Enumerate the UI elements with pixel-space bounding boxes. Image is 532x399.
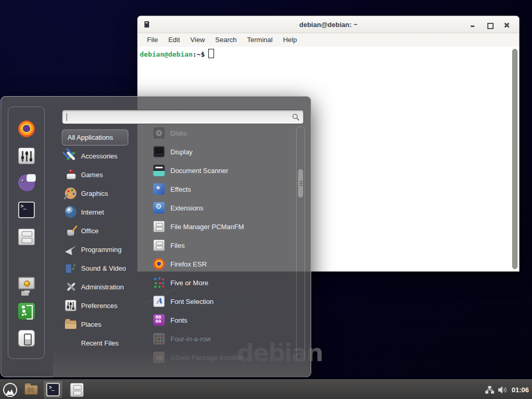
category-sound-video[interactable]: Sound & Video bbox=[62, 259, 140, 277]
category-administration[interactable]: Administration bbox=[62, 277, 140, 296]
firefox-icon bbox=[153, 258, 165, 270]
app-files[interactable]: Files bbox=[147, 236, 296, 255]
prompt-path: :~$ bbox=[193, 50, 205, 58]
taskbar-menu-button[interactable] bbox=[1, 381, 20, 398]
app-gdebi-package-installer[interactable]: GDebi Package Installer bbox=[147, 348, 296, 367]
file-cabinet-icon bbox=[153, 240, 165, 251]
favorite-pidgin[interactable] bbox=[17, 174, 36, 192]
font-selection-icon bbox=[153, 296, 165, 307]
applications-list: Disks Display Document Scanner Effects E… bbox=[147, 124, 296, 367]
extensions-gear-icon bbox=[153, 202, 165, 214]
disks-icon bbox=[153, 127, 165, 139]
category-preferences[interactable]: Preferences bbox=[62, 296, 140, 315]
taskbar: 01:06 bbox=[0, 379, 532, 399]
document-scanner-icon bbox=[153, 165, 165, 176]
apps-scrollbar[interactable] bbox=[296, 126, 305, 362]
preferences-icon bbox=[65, 300, 76, 311]
favorite-firefox[interactable] bbox=[17, 119, 36, 138]
menu-view[interactable]: View bbox=[185, 33, 210, 47]
shut-down-button[interactable] bbox=[17, 329, 36, 348]
app-font-selection[interactable]: Font Selection bbox=[147, 292, 296, 311]
search-icon bbox=[292, 113, 300, 121]
firefox-icon bbox=[18, 121, 35, 137]
terminal-prompt-line: debian@debian:~$ bbox=[140, 49, 214, 58]
lock-screen-icon bbox=[18, 277, 35, 289]
category-games[interactable]: Games bbox=[62, 165, 140, 184]
app-five-or-more[interactable]: Five or More bbox=[147, 273, 296, 292]
close-button[interactable] bbox=[500, 16, 514, 33]
taskbar-terminal-button[interactable] bbox=[44, 381, 62, 398]
log-out-button[interactable] bbox=[17, 302, 36, 321]
favorite-terminal[interactable] bbox=[17, 201, 36, 219]
system-tray: 01:06 bbox=[485, 380, 529, 399]
file-cabinet-icon bbox=[153, 221, 165, 232]
maximize-button[interactable] bbox=[483, 16, 497, 33]
menu-search-box[interactable] bbox=[62, 110, 304, 124]
shut-down-icon bbox=[18, 330, 35, 347]
menu-terminal[interactable]: Terminal bbox=[242, 33, 278, 47]
menu-edit[interactable]: Edit bbox=[163, 33, 185, 47]
effects-icon bbox=[153, 183, 165, 195]
apps-scrollbar-thumb[interactable] bbox=[298, 169, 303, 198]
terminal-cursor bbox=[208, 49, 214, 58]
favorite-file-manager[interactable] bbox=[17, 228, 36, 246]
app-four-in-a-row[interactable]: Four-in-a-row bbox=[147, 329, 296, 348]
app-extensions[interactable]: Extensions bbox=[147, 198, 296, 217]
category-internet[interactable]: Internet bbox=[62, 203, 140, 221]
all-applications-button[interactable]: All Applications bbox=[62, 129, 128, 145]
app-display[interactable]: Display bbox=[147, 142, 296, 161]
network-icon[interactable] bbox=[485, 386, 494, 394]
minimize-button[interactable] bbox=[466, 16, 480, 33]
volume-icon[interactable] bbox=[498, 386, 508, 394]
menu-mountain-icon bbox=[3, 383, 17, 397]
lock-screen-button[interactable] bbox=[17, 275, 36, 294]
menu-help[interactable]: Help bbox=[278, 33, 302, 47]
internet-globe-icon bbox=[65, 206, 76, 218]
app-firefox-esr[interactable]: Firefox ESR bbox=[147, 255, 296, 273]
app-effects[interactable]: Effects bbox=[147, 180, 296, 198]
app-document-scanner[interactable]: Document Scanner bbox=[147, 161, 296, 180]
favorites-column bbox=[8, 107, 45, 359]
application-menu: All Applications Accessories Games Graph… bbox=[1, 96, 311, 377]
app-file-manager-pcmanfm[interactable]: File Manager PCManFM bbox=[147, 217, 296, 236]
office-icon bbox=[65, 225, 76, 236]
category-accessories[interactable]: Accessories bbox=[62, 147, 140, 165]
settings-icon bbox=[18, 148, 35, 164]
terminal-scrollbar-thumb[interactable] bbox=[512, 49, 517, 269]
fonts-icon bbox=[153, 314, 165, 326]
search-input[interactable] bbox=[66, 112, 285, 122]
terminal-icon bbox=[18, 202, 35, 218]
programming-icon bbox=[65, 244, 76, 255]
four-in-a-row-icon bbox=[153, 333, 165, 344]
taskbar-file-manager-button[interactable] bbox=[22, 381, 41, 398]
log-out-icon bbox=[18, 303, 35, 320]
category-office[interactable]: Office bbox=[62, 221, 140, 240]
file-cabinet-icon bbox=[18, 229, 35, 245]
graphics-icon bbox=[65, 188, 76, 199]
category-programming[interactable]: Programming bbox=[62, 240, 140, 259]
taskbar-files-button[interactable] bbox=[68, 381, 86, 398]
menu-file[interactable]: File bbox=[142, 33, 163, 47]
search-caret bbox=[66, 113, 67, 121]
pidgin-icon bbox=[18, 175, 35, 191]
display-icon bbox=[153, 146, 165, 157]
places-folder-icon bbox=[65, 321, 76, 329]
terminal-titlebar[interactable]: debian@debian: ~ bbox=[138, 16, 519, 33]
category-graphics[interactable]: Graphics bbox=[62, 184, 140, 203]
folder-icon bbox=[24, 385, 38, 395]
app-disks[interactable]: Disks bbox=[147, 124, 296, 142]
clock[interactable]: 01:06 bbox=[512, 386, 529, 394]
terminal-window-title: debian@debian: ~ bbox=[138, 16, 519, 33]
gdebi-icon bbox=[153, 352, 165, 363]
favorite-settings[interactable] bbox=[17, 147, 36, 165]
category-places[interactable]: Places bbox=[62, 315, 140, 334]
prompt-user-host: debian@debian bbox=[140, 50, 193, 58]
terminal-icon bbox=[46, 383, 60, 396]
games-icon bbox=[65, 169, 76, 180]
categories-list: Accessories Games Graphics Internet Offi… bbox=[62, 147, 140, 352]
menu-search[interactable]: Search bbox=[210, 33, 242, 47]
category-recent-files[interactable]: Recent Files bbox=[62, 334, 140, 352]
terminal-scrollbar[interactable] bbox=[511, 48, 518, 270]
file-cabinet-icon bbox=[70, 383, 84, 397]
app-fonts[interactable]: Fonts bbox=[147, 311, 296, 329]
